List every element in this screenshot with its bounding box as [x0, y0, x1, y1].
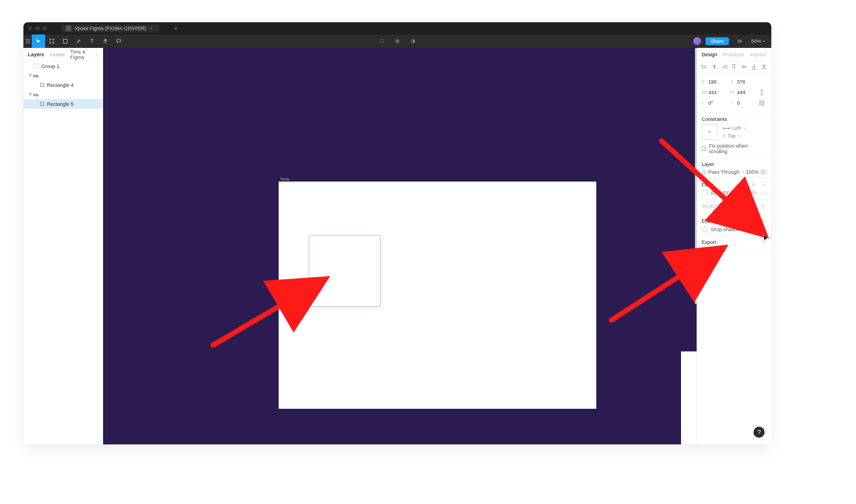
fill-hex-input[interactable]: FFFFFF — [711, 190, 729, 196]
style-icon[interactable]: ⠿ — [750, 182, 757, 188]
corner-radius-input[interactable]: 0 — [737, 100, 740, 106]
blend-icon — [702, 170, 707, 175]
visibility-icon[interactable] — [760, 170, 767, 174]
visibility-icon[interactable] — [750, 227, 757, 232]
fix-position-checkbox[interactable]: Fix position when scrolling — [702, 143, 767, 154]
white-area — [681, 351, 697, 444]
opacity-input[interactable]: 100% — [746, 169, 758, 175]
rectangle-icon — [40, 102, 44, 106]
toolbar: Share 50% — [23, 35, 771, 48]
tab-inspect[interactable]: Inspect — [750, 52, 766, 57]
rotation-input[interactable]: 0° — [708, 100, 713, 106]
fill-opacity-input[interactable]: 100% — [733, 190, 746, 196]
new-tab-button[interactable]: + — [174, 25, 177, 32]
effect-type-select[interactable]: Drop shadow — [711, 227, 746, 232]
constraint-diagram[interactable] — [702, 124, 717, 140]
page-selector[interactable]: Тень в Figma — [70, 49, 98, 60]
constraint-v-select[interactable]: ↕Top — [723, 133, 746, 139]
stroke-section: Stroke + — [697, 200, 771, 215]
svg-rect-6 — [34, 64, 38, 68]
frame-label[interactable]: Тень — [280, 177, 289, 182]
svg-point-14 — [703, 171, 706, 174]
distribute-icon[interactable] — [760, 63, 768, 70]
frame-tool[interactable] — [45, 35, 59, 48]
height-input[interactable]: 444 — [737, 90, 746, 95]
align-left-icon[interactable] — [701, 63, 708, 70]
frame-icon — [28, 73, 33, 78]
file-tab[interactable]: Уроки Figma (FIGMA.CENTER) × — [61, 25, 159, 32]
window-controls[interactable] — [28, 26, 47, 31]
align-right-icon[interactable] — [721, 63, 728, 70]
shape-tool[interactable] — [59, 35, 72, 48]
visibility-icon[interactable] — [750, 190, 757, 196]
blend-mode-select[interactable]: Pass Through — [702, 169, 745, 175]
pos-x-input[interactable]: 196 — [708, 79, 717, 85]
add-effect-button[interactable]: + — [760, 218, 767, 224]
align-vcenter-icon[interactable] — [740, 63, 748, 70]
style-icon[interactable]: ⠿ — [750, 218, 757, 224]
file-tab-title: Уроки Figma (FIGMA.CENTER) — [75, 26, 146, 31]
chevron-down-icon — [741, 170, 745, 174]
selected-rectangle[interactable] — [309, 236, 380, 306]
panel-scrollbar[interactable] — [695, 48, 697, 326]
fill-swatch[interactable] — [702, 190, 708, 196]
width-input[interactable]: 444 — [708, 90, 717, 95]
svg-rect-12 — [760, 104, 761, 105]
user-avatar[interactable] — [693, 37, 701, 45]
minimize-window[interactable] — [35, 26, 40, 31]
canvas[interactable]: Тень — [103, 48, 697, 444]
hand-tool[interactable] — [99, 35, 112, 48]
titlebar: Уроки Figma (FIGMA.CENTER) × + — [23, 22, 771, 35]
svg-rect-0 — [64, 40, 67, 43]
mask-tool[interactable] — [391, 38, 404, 44]
remove-effect-button[interactable]: − — [760, 227, 767, 232]
app-window: Уроки Figma (FIGMA.CENTER) × + — [23, 22, 771, 444]
rotation-icon: ⟀ — [702, 100, 706, 106]
layers-panel: Layers Assets Тень в Figma Group 1 Тень … — [23, 48, 103, 444]
share-button[interactable]: Share — [706, 37, 729, 45]
constrain-proportions-icon[interactable] — [759, 89, 767, 96]
cursor-icon — [762, 234, 769, 242]
help-button[interactable]: ? — [753, 427, 765, 438]
layer-group[interactable]: Group 1 — [23, 61, 103, 71]
align-top-icon[interactable] — [730, 63, 738, 70]
align-bottom-icon[interactable] — [750, 63, 758, 70]
maximize-window[interactable] — [42, 26, 47, 31]
frame-icon — [28, 92, 33, 97]
layer-frame[interactable]: Тень — [23, 71, 103, 80]
svg-rect-7 — [761, 90, 763, 91]
corner-radius-icon: ⌐ — [731, 100, 735, 106]
close-tab-icon[interactable]: × — [149, 26, 155, 31]
fill-section: Fill ⠿ + FFFFFF 100% − — [697, 179, 771, 200]
remove-fill-button[interactable]: − — [760, 190, 767, 196]
main-menu-button[interactable] — [23, 35, 32, 48]
design-panel: Design Prototype Inspect X196 Y376 — [697, 48, 771, 444]
chevron-down-icon — [742, 228, 746, 231]
svg-point-17 — [752, 228, 754, 229]
layer-frame[interactable]: Тень — [23, 90, 103, 99]
component-tool[interactable] — [375, 38, 388, 44]
svg-rect-10 — [760, 101, 761, 102]
move-tool[interactable] — [32, 35, 45, 48]
layer-rect-selected[interactable]: Rectangle 5 — [23, 99, 103, 109]
tab-design[interactable]: Design — [702, 52, 717, 57]
constraint-h-select[interactable]: ⟷Left — [723, 125, 746, 131]
comment-tool[interactable] — [112, 35, 125, 48]
pos-y-input[interactable]: 376 — [737, 79, 746, 85]
zoom-control[interactable]: 50% — [751, 38, 766, 44]
close-window[interactable] — [28, 26, 32, 31]
tab-assets[interactable]: Assets — [50, 52, 65, 57]
add-stroke-button[interactable]: + — [760, 203, 767, 209]
tab-prototype[interactable]: Prototype — [723, 52, 745, 57]
align-hcenter-icon[interactable] — [711, 63, 718, 70]
text-tool[interactable] — [85, 35, 99, 48]
present-button[interactable] — [733, 39, 747, 43]
alignment-controls — [697, 61, 771, 74]
effect-settings-icon[interactable] — [702, 226, 708, 232]
add-fill-button[interactable]: + — [760, 182, 767, 188]
pen-tool[interactable] — [72, 35, 85, 48]
tab-layers[interactable]: Layers — [28, 52, 44, 57]
independent-corners-icon[interactable] — [759, 100, 767, 106]
layer-rect[interactable]: Rectangle 4 — [23, 80, 103, 90]
boolean-tool[interactable] — [406, 38, 420, 44]
